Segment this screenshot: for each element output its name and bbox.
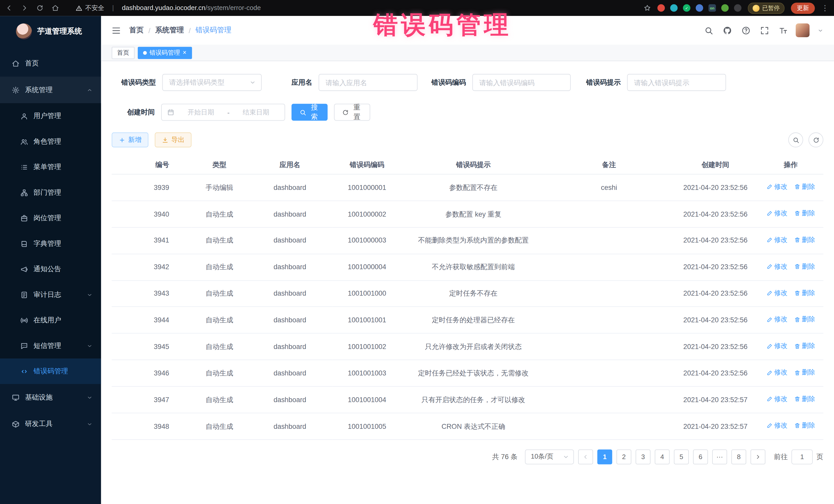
goto-page-input[interactable] <box>791 450 813 464</box>
delete-link[interactable]: 删除 <box>794 262 815 271</box>
browser-home-icon[interactable] <box>51 4 59 12</box>
tab-1[interactable]: 错误码管理× <box>138 46 192 59</box>
delete-link[interactable]: 删除 <box>794 394 815 404</box>
chevron-down-icon[interactable] <box>817 27 824 34</box>
page-size-select[interactable]: 10条/页 <box>525 450 574 464</box>
add-button[interactable]: 新增 <box>112 132 148 147</box>
export-button[interactable]: 导出 <box>155 132 192 147</box>
extension-on-icon[interactable]: on <box>708 4 716 12</box>
sidebar-item-home[interactable]: 首页 <box>0 50 101 77</box>
sidebar-item-code[interactable]: 错误码管理 <box>0 358 101 384</box>
delete-link[interactable]: 删除 <box>794 182 815 192</box>
error-msg-input[interactable] <box>627 74 726 91</box>
chrome-menu-icon[interactable]: ⋮ <box>821 4 829 12</box>
breadcrumb-item[interactable]: 错误码管理 <box>196 25 232 35</box>
cell-id: 3943 <box>112 280 192 307</box>
cell-msg: 不允许获取敏感配置到前端 <box>402 254 545 280</box>
sidebar-item-sms[interactable]: 短信管理 <box>0 333 101 358</box>
url-bar[interactable]: dashboard.yudao.iocoder.cn/system/error-… <box>122 4 261 12</box>
fullscreen-icon[interactable] <box>760 26 769 35</box>
sidebar-item-book[interactable]: 字典管理 <box>0 231 101 256</box>
extension-red-icon[interactable] <box>657 4 665 12</box>
question-icon[interactable] <box>741 26 750 35</box>
cell-actions: 修改删除 <box>758 201 824 227</box>
sidebar-item-megaphone[interactable]: 通知公告 <box>0 256 101 282</box>
update-button[interactable]: 更新 <box>791 2 815 14</box>
sidebar-item-gear[interactable]: 系统管理 <box>0 76 101 103</box>
breadcrumb-item[interactable]: 系统管理 <box>155 25 184 35</box>
sidebar-item-online[interactable]: 在线用户 <box>0 307 101 333</box>
extension-icons: ✓on <box>657 4 741 12</box>
extension-dark-icon[interactable] <box>734 4 741 12</box>
cell-code: 1001001005 <box>332 413 401 439</box>
extension-blue-icon[interactable] <box>696 4 703 12</box>
pager-page-5[interactable]: 5 <box>674 450 689 464</box>
toggle-search-button[interactable] <box>788 132 803 147</box>
edit-link[interactable]: 修改 <box>766 209 788 218</box>
pager-page-3[interactable]: 3 <box>636 450 651 464</box>
edit-link[interactable]: 修改 <box>766 341 788 351</box>
pager-page-6[interactable]: 6 <box>693 450 708 464</box>
next-page-button[interactable] <box>751 450 766 464</box>
edit-link[interactable]: 修改 <box>766 314 788 325</box>
trash-icon <box>794 210 800 217</box>
sidebar-item-tools[interactable]: 研发工具 <box>0 411 101 437</box>
sidebar-item-log[interactable]: 审计日志 <box>0 282 101 307</box>
browser-reload-icon[interactable] <box>36 4 44 12</box>
pager-more[interactable]: ··· <box>712 450 727 464</box>
refresh-table-button[interactable] <box>809 132 824 147</box>
delete-link[interactable]: 删除 <box>794 235 815 245</box>
pager-page-2[interactable]: 2 <box>616 450 631 464</box>
user-avatar[interactable] <box>796 23 810 37</box>
delete-link[interactable]: 删除 <box>794 341 815 351</box>
pager-page-8[interactable]: 8 <box>731 450 746 464</box>
pager-page-1[interactable]: 1 <box>597 450 612 464</box>
search-button[interactable]: 搜索 <box>291 104 328 120</box>
security-indicator[interactable]: 不安全 <box>75 3 104 12</box>
sidebar-item-org[interactable]: 部门管理 <box>0 180 101 205</box>
pager-page-4[interactable]: 4 <box>655 450 670 464</box>
tab-close-icon[interactable]: × <box>183 49 186 56</box>
edit-link[interactable]: 修改 <box>766 394 788 404</box>
extension-green-icon[interactable]: ✓ <box>683 4 690 12</box>
sidebar-logo[interactable]: 芋道管理系统 <box>0 16 101 47</box>
breadcrumb-item[interactable]: 首页 <box>129 25 144 35</box>
delete-link[interactable]: 删除 <box>794 421 815 431</box>
bookmark-star-icon[interactable] <box>643 4 651 12</box>
extension-teal-icon[interactable] <box>670 4 678 12</box>
tab-0[interactable]: 首页 <box>112 46 134 59</box>
delete-link[interactable]: 删除 <box>794 314 815 325</box>
sidebar-item-users[interactable]: 角色管理 <box>0 129 101 154</box>
sidebar-fold-icon[interactable] <box>112 26 120 35</box>
prev-page-button[interactable] <box>578 450 593 464</box>
cell-actions: 修改删除 <box>758 254 824 280</box>
error-type-select[interactable]: 请选择错误码类型 <box>162 74 262 91</box>
paused-badge[interactable]: 已暂停 <box>748 2 785 14</box>
table-row: 3946自动生成dashboard1001001003定时任务已经处于该状态，无… <box>112 360 823 386</box>
edit-link[interactable]: 修改 <box>766 421 788 431</box>
fontsize-icon[interactable] <box>778 26 788 35</box>
delete-link[interactable]: 删除 <box>794 209 815 218</box>
error-code-input[interactable] <box>473 74 571 91</box>
edit-link[interactable]: 修改 <box>766 288 788 298</box>
github-icon[interactable] <box>723 26 732 35</box>
edit-link[interactable]: 修改 <box>766 262 788 271</box>
sidebar-item-list[interactable]: 菜单管理 <box>0 154 101 180</box>
edit-link[interactable]: 修改 <box>766 235 788 245</box>
edit-link[interactable]: 修改 <box>766 368 788 377</box>
date-range-picker[interactable]: 开始日期 - 结束日期 <box>161 104 285 120</box>
delete-link[interactable]: 删除 <box>794 368 815 377</box>
edit-link[interactable]: 修改 <box>766 182 788 192</box>
sidebar-item-infra[interactable]: 基础设施 <box>0 384 101 411</box>
sidebar-item-user[interactable]: 用户管理 <box>0 103 101 129</box>
browser-back-icon[interactable] <box>5 4 13 12</box>
delete-link[interactable]: 删除 <box>794 288 815 298</box>
browser-forward-icon[interactable] <box>21 4 28 12</box>
app-name-input[interactable] <box>319 74 418 91</box>
page-buttons: 123456···8 <box>597 450 746 464</box>
sidebar-item-badge[interactable]: 岗位管理 <box>0 205 101 231</box>
reset-button[interactable]: 重置 <box>334 104 370 120</box>
extension-grass-icon[interactable] <box>721 4 729 12</box>
column-header: 错误码提示 <box>402 156 545 174</box>
search-icon[interactable] <box>704 26 713 35</box>
